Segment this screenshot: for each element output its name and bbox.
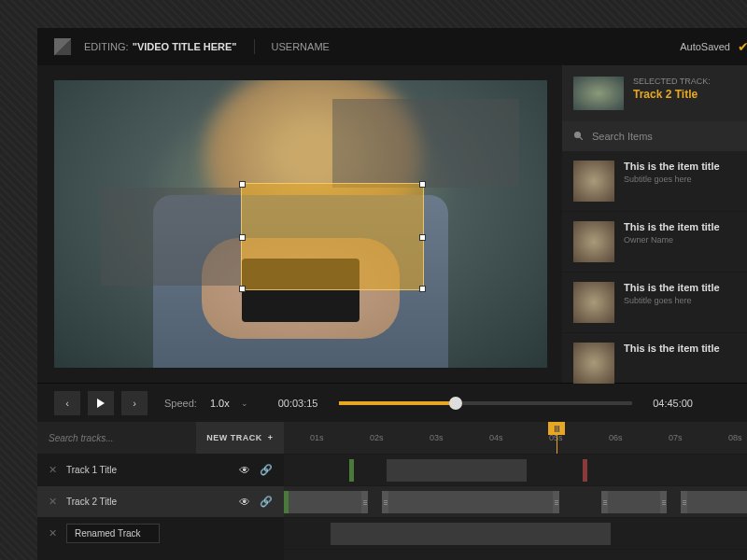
track-lane[interactable] [284,455,747,485]
svg-line-1 [580,137,583,140]
close-icon[interactable]: ✕ [49,527,57,539]
item-thumb [573,161,614,202]
track-name-input[interactable]: Renamed Track [66,524,160,543]
close-icon[interactable]: ✕ [49,464,57,476]
item-subtitle: Subtitle goes here [624,175,720,184]
resize-handle[interactable] [239,181,246,188]
play-button[interactable] [88,391,114,415]
search-tracks-input[interactable]: Search tracks... [37,433,196,443]
ruler-tick: 06s [609,433,623,442]
item-title: This is the item title [624,161,720,172]
clip[interactable] [681,491,747,513]
track-lane[interactable] [284,550,747,560]
track-lane[interactable] [284,518,747,549]
duration: 04:45:00 [653,398,693,409]
item-owner: Owner Name [624,235,720,245]
ruler-tick: 04s [489,433,503,442]
overlay-region[interactable] [101,188,241,286]
link-icon[interactable]: 🔗 [260,464,273,476]
item-thumb [573,221,614,262]
track-name: Track 1 Title [66,465,230,475]
track-row[interactable]: ✕ Untitled Track [37,549,747,560]
ruler-tick: 08s [728,433,742,442]
resize-handle[interactable] [419,181,426,188]
speed-label: Speed: [164,398,197,409]
app-logo [54,38,71,55]
list-item[interactable]: This is the item title [562,333,747,394]
item-subtitle: Subtitle goes here [624,296,720,305]
search-placeholder: Search Items [592,131,653,142]
new-track-button[interactable]: NEW TRACK+ [196,422,284,454]
track-header: Search tracks... NEW TRACK+ 01s 02s 03s … [37,422,747,454]
list-item[interactable]: This is the item titleSubtitle goes here [562,273,747,333]
speed-value[interactable]: 1.0x [210,398,230,409]
check-icon: ✔ [738,39,747,54]
item-thumb [573,282,614,323]
video-title: "VIDEO TITLE HERE" [133,41,237,52]
ruler-tick: 02s [370,433,384,442]
ruler-tick: 01s [310,433,324,442]
search-icon [573,131,585,142]
marker[interactable] [284,491,289,513]
divider [254,39,255,54]
scrubber[interactable] [339,401,633,405]
marker[interactable] [583,459,587,482]
ruler-tick: 03s [430,433,444,442]
eye-icon[interactable]: 👁 [239,496,250,509]
selected-track-title: Track 2 Title [633,88,711,101]
topbar: EDITING: "VIDEO TITLE HERE" USERNAME Aut… [37,28,747,65]
editing-label: EDITING: [84,41,129,52]
ruler-tick: 07s [669,433,683,442]
resize-handle[interactable] [239,286,246,292]
clip[interactable] [601,491,667,513]
selected-track-thumb [573,77,624,110]
clip[interactable] [382,491,559,513]
selected-track-card: SELECTED TRACK: Track 2 Title [562,65,747,121]
clip[interactable] [387,459,527,482]
item-thumb [573,343,614,384]
scrubber-fill [339,401,457,405]
playhead-cap[interactable] [548,422,565,435]
track-lane[interactable] [284,486,747,517]
selected-track-label: SELECTED TRACK: [633,77,711,86]
current-time: 00:03:15 [278,398,318,409]
resize-handle[interactable] [239,234,246,241]
track-name: Track 2 Title [66,497,230,507]
list-item[interactable]: This is the item titleSubtitle goes here [562,151,747,212]
plus-icon: + [268,433,274,442]
close-icon[interactable]: ✕ [49,496,57,508]
prev-button[interactable]: ‹ [54,391,80,415]
eye-icon[interactable]: 👁 [239,464,250,477]
overlay-region[interactable] [332,99,519,188]
search-items-input[interactable]: Search Items [562,121,747,151]
item-title: This is the item title [624,343,720,354]
list-item[interactable]: This is the item titleOwner Name [562,212,747,273]
marker[interactable] [349,459,354,482]
resize-handle[interactable] [419,286,426,292]
tracks-panel: ✕ Track 1 Title 👁 🔗 ✕ Track 2 Title 👁 🔗 [37,454,747,560]
preview-panel [37,65,562,383]
clip[interactable] [331,523,611,545]
track-row[interactable]: ✕ Renamed Track [37,517,747,549]
video-editor-app: EDITING: "VIDEO TITLE HERE" USERNAME Aut… [37,28,747,560]
autosaved-label: AutoSaved [680,41,730,52]
scrubber-knob[interactable] [449,397,462,410]
item-list: This is the item titleSubtitle goes here… [562,151,747,394]
track-row[interactable]: ✕ Track 1 Title 👁 🔗 [37,454,747,485]
resize-handle[interactable] [419,234,426,241]
item-title: This is the item title [624,282,720,293]
next-button[interactable]: › [121,391,148,415]
link-icon[interactable]: 🔗 [260,496,273,508]
timeline-ruler[interactable]: 01s 02s 03s 04s 05s 06s 07s 08s [284,422,747,454]
sidebar: SELECTED TRACK: Track 2 Title Search Ite… [562,65,747,383]
preview-canvas[interactable] [54,80,547,368]
username: USERNAME [272,41,330,52]
clip[interactable] [284,491,368,513]
chevron-down-icon[interactable]: ⌄ [241,399,248,408]
selected-overlay[interactable] [241,183,424,290]
track-row[interactable]: ✕ Track 2 Title 👁 🔗 [37,485,747,517]
item-title: This is the item title [624,221,720,232]
